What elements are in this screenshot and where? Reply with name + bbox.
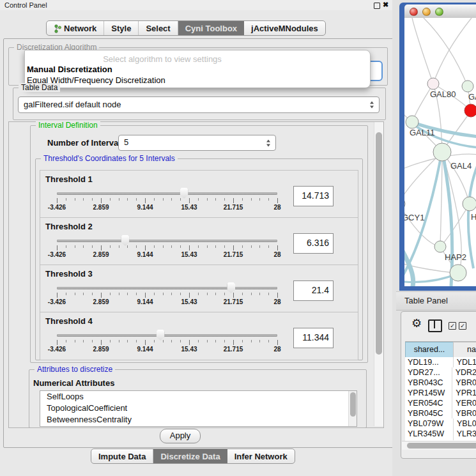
table-row[interactable]: YDR27...YDR2 bbox=[405, 367, 476, 378]
scrollbar-thumb[interactable] bbox=[376, 132, 382, 355]
threshold-label: Threshold 4 bbox=[45, 316, 93, 326]
list-item[interactable]: TopologicalCoefficient bbox=[40, 403, 357, 414]
zoom-traffic-light[interactable] bbox=[435, 8, 443, 16]
slider-track[interactable] bbox=[57, 287, 277, 289]
network-canvas[interactable]: GAL80 GAL11 GAL4 GCY1 HAP2 GA H bbox=[404, 18, 476, 286]
slider-thumb[interactable] bbox=[157, 330, 165, 341]
network-icon bbox=[54, 24, 61, 33]
float-window-icon[interactable] bbox=[374, 3, 380, 9]
table-row[interactable]: YDL19...YDL1 bbox=[405, 357, 476, 367]
control-panel-titlebar: Control Panel ✖ bbox=[0, 0, 396, 10]
columns-icon[interactable] bbox=[428, 319, 442, 332]
num-intervals-combobox[interactable]: 5 bbox=[118, 135, 276, 151]
threshold-1-panel: Threshold 1 -3.426 2.859 9.144 15.43 21.… bbox=[40, 170, 358, 219]
threshold-3-value[interactable]: 21.4 bbox=[293, 280, 334, 301]
list-item[interactable]: BetweennessCentrality bbox=[40, 414, 357, 426]
slider-thumb[interactable] bbox=[227, 282, 235, 293]
tab-jactivemnodules[interactable]: jActiveMNodules bbox=[244, 21, 325, 35]
checkbox-icon[interactable]: ✓ bbox=[449, 322, 456, 330]
threshold-label: Threshold 1 bbox=[45, 174, 93, 184]
num-intervals-label: Number of Intervals bbox=[47, 138, 125, 148]
table-rows: YDL19...YDL1 YDR27...YDR2 YBR043CYBR0 YP… bbox=[405, 357, 476, 440]
table-row[interactable]: YBL079WYBL0 bbox=[405, 418, 476, 429]
node-table: shared... na YDL19...YDL1 YDR27...YDR2 Y… bbox=[405, 341, 476, 441]
tab-impute-data[interactable]: Impute Data bbox=[91, 449, 153, 463]
column-header-shared-name[interactable]: shared... bbox=[405, 342, 454, 358]
threshold-1-value[interactable]: 14.713 bbox=[293, 186, 334, 206]
group-label: Threshold's Coordinates for 5 Intervals bbox=[41, 154, 178, 163]
table-panel-title: Table Panel bbox=[404, 296, 448, 305]
tab-discretize-data[interactable]: Discretize Data bbox=[153, 449, 227, 463]
vertical-scrollbar[interactable] bbox=[374, 122, 383, 426]
panel-title: Control Panel bbox=[4, 1, 47, 9]
node[interactable] bbox=[463, 197, 476, 211]
network-graph: GAL80 GAL11 GAL4 GCY1 HAP2 GA H bbox=[404, 18, 476, 286]
table-row[interactable]: YBR043CYBR0 bbox=[405, 378, 476, 388]
node-label: GCY1 bbox=[404, 213, 424, 222]
slider-track[interactable] bbox=[57, 192, 277, 195]
minimize-traffic-light[interactable] bbox=[422, 8, 431, 16]
node[interactable] bbox=[450, 265, 466, 281]
tab-infer-network[interactable]: Infer Network bbox=[227, 449, 295, 463]
numerical-attributes-label: Numerical Attributes bbox=[33, 378, 114, 388]
horizontal-scrollbar[interactable] bbox=[402, 441, 476, 450]
threshold-1-slider[interactable]: -3.426 2.859 9.144 15.43 21.715 28 bbox=[57, 187, 277, 210]
scrollbar-thumb[interactable] bbox=[407, 443, 476, 449]
node-label: GAL4 bbox=[450, 161, 472, 171]
threshold-2-slider[interactable]: -3.426 2.859 9.144 15.43 21.715 28 bbox=[57, 234, 277, 257]
table-row[interactable]: YIL052CYIL0 bbox=[405, 439, 476, 440]
bottom-tab-bar: Impute Data Discretize Data Infer Networ… bbox=[91, 449, 295, 464]
threshold-2-value[interactable]: 6.316 bbox=[293, 233, 334, 254]
slider-thumb[interactable] bbox=[121, 235, 129, 246]
tab-network[interactable]: Network bbox=[47, 21, 104, 35]
node-gal80[interactable] bbox=[427, 78, 439, 89]
table-row[interactable]: YLR345WYLR3 bbox=[405, 429, 476, 439]
column-header-name[interactable]: na bbox=[453, 342, 476, 358]
tab-label: Network bbox=[64, 24, 96, 33]
dropdown-prompt: Select algorithm to view settings bbox=[25, 54, 300, 64]
close-icon[interactable]: ✖ bbox=[383, 1, 388, 9]
group-label: Table Data bbox=[19, 83, 60, 92]
slider-thumb[interactable] bbox=[180, 188, 188, 199]
list-scrollbar[interactable] bbox=[348, 391, 357, 426]
node[interactable] bbox=[462, 81, 473, 92]
combo-stepper-icon bbox=[370, 102, 374, 109]
group-label: Interval Definition bbox=[36, 121, 100, 130]
threshold-4-slider[interactable]: -3.426 2.859 9.144 15.43 21.715 28 bbox=[57, 329, 277, 352]
top-tab-bar: Network Style Select Cyni Toolbox jActiv… bbox=[46, 20, 326, 36]
group-label: Attributes to discretize bbox=[35, 365, 115, 374]
slider-track[interactable] bbox=[57, 240, 277, 242]
tab-select[interactable]: Select bbox=[139, 21, 178, 35]
table-row[interactable]: YER054CYER0 bbox=[405, 398, 476, 408]
node-gal11[interactable] bbox=[406, 116, 418, 128]
table-row[interactable]: YPR145WYPR1 bbox=[405, 388, 476, 398]
numerical-attributes-list[interactable]: SelfLoops TopologicalCoefficient Between… bbox=[40, 390, 357, 427]
network-window-titlebar[interactable] bbox=[404, 4, 476, 19]
network-view-window: GAL80 GAL11 GAL4 GCY1 HAP2 GA H bbox=[399, 3, 476, 291]
apply-button[interactable]: Apply bbox=[160, 429, 201, 443]
threshold-label: Threshold 3 bbox=[45, 269, 93, 279]
threshold-4-panel: Threshold 4 -3.426 2.859 9.144 15.43 21.… bbox=[40, 312, 358, 360]
node-gal4[interactable] bbox=[433, 143, 451, 161]
slider-track[interactable] bbox=[57, 334, 277, 337]
table-data-combobox[interactable]: galFiltered.sif default node bbox=[18, 96, 380, 113]
node-label: HAP2 bbox=[445, 252, 466, 262]
node-label: GA bbox=[468, 92, 476, 102]
option-manual-discretization[interactable]: Manual Discretization bbox=[27, 65, 112, 74]
table-row[interactable]: YBR045CYBR0 bbox=[405, 408, 476, 418]
tab-cyni-toolbox[interactable]: Cyni Toolbox bbox=[178, 21, 244, 35]
scrollbar-thumb[interactable] bbox=[350, 392, 356, 417]
node-label: H bbox=[471, 212, 476, 222]
list-item[interactable]: SelfLoops bbox=[40, 391, 357, 403]
checkbox-icon[interactable]: ✓ bbox=[459, 322, 466, 330]
close-traffic-light[interactable] bbox=[410, 8, 418, 16]
node-selected-red[interactable] bbox=[464, 104, 476, 117]
threshold-4-value[interactable]: 11.344 bbox=[293, 328, 334, 348]
tab-style[interactable]: Style bbox=[104, 21, 139, 35]
node-hap2[interactable] bbox=[434, 241, 446, 252]
threshold-3-slider[interactable]: -3.426 2.859 9.144 15.43 21.715 28 bbox=[57, 282, 277, 305]
gear-icon[interactable]: ⚙ bbox=[411, 318, 422, 329]
threshold-2-panel: Threshold 2 -3.426 2.859 9.144 15.43 21.… bbox=[40, 217, 358, 266]
threshold-label: Threshold 2 bbox=[45, 222, 93, 231]
node-gcy1[interactable] bbox=[404, 197, 405, 210]
